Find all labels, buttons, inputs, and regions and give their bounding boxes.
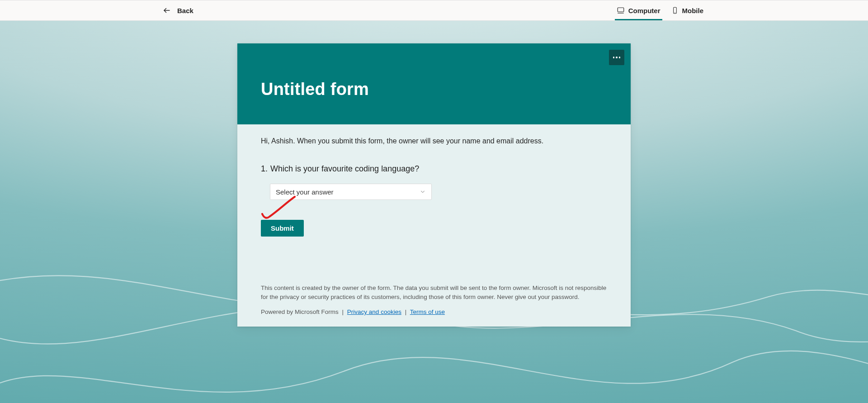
arrow-left-icon — [163, 6, 171, 14]
back-label: Back — [177, 7, 193, 14]
terms-link[interactable]: Terms of use — [410, 308, 445, 315]
tab-computer-label: Computer — [628, 7, 660, 14]
form-footer: This content is created by the owner of … — [237, 277, 631, 327]
form-card: Untitled form Hi, Ashish. When you submi… — [237, 43, 631, 327]
question-text: Which is your favourite coding language? — [270, 164, 419, 173]
question-title: 1.Which is your favourite coding languag… — [261, 164, 607, 174]
submit-button[interactable]: Submit — [261, 220, 304, 237]
more-icon — [613, 57, 621, 58]
tab-mobile[interactable]: Mobile — [670, 0, 706, 20]
answer-dropdown[interactable]: Select your answer — [270, 184, 432, 200]
preview-header-bar: Back Computer Mobile — [0, 0, 868, 21]
question-number: 1. — [261, 164, 268, 173]
chevron-down-icon — [420, 189, 426, 195]
svg-rect-1 — [618, 8, 624, 12]
form-body: Hi, Ashish. When you submit this form, t… — [237, 124, 631, 277]
dropdown-placeholder: Select your answer — [276, 188, 334, 196]
question-1: 1.Which is your favourite coding languag… — [261, 164, 607, 200]
mobile-icon — [671, 6, 679, 14]
form-title: Untitled form — [261, 80, 607, 99]
device-tabs: Computer Mobile — [615, 0, 705, 20]
tab-mobile-label: Mobile — [682, 7, 704, 14]
footer-line: Powered by Microsoft Forms | Privacy and… — [261, 308, 607, 317]
powered-by-text: Powered by Microsoft Forms — [261, 308, 339, 315]
desktop-icon — [617, 6, 625, 14]
more-options-button[interactable] — [609, 50, 624, 65]
back-button[interactable]: Back — [163, 6, 193, 14]
preview-canvas: Untitled form Hi, Ashish. When you submi… — [0, 21, 868, 403]
form-header: Untitled form — [237, 43, 631, 124]
tab-computer[interactable]: Computer — [615, 0, 662, 20]
form-info-text: Hi, Ashish. When you submit this form, t… — [261, 137, 607, 145]
disclaimer-text: This content is created by the owner of … — [261, 284, 607, 301]
privacy-link[interactable]: Privacy and cookies — [347, 308, 401, 315]
